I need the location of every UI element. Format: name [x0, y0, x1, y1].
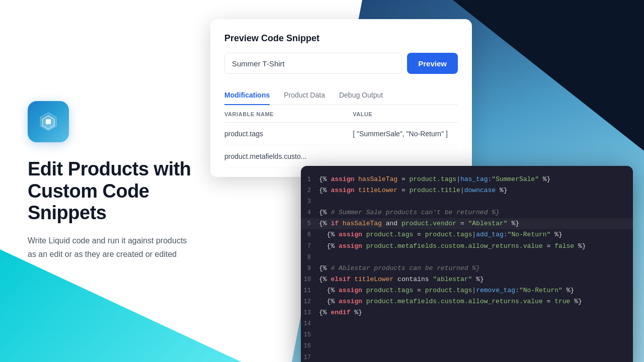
col-variable-name: VARIABLE NAME	[224, 105, 353, 123]
logo-box	[28, 101, 69, 142]
line-content-16	[319, 340, 623, 351]
code-lines: 1 {% assign hasSaleTag = product.tags|ha…	[301, 166, 633, 362]
line-content-14	[319, 318, 623, 329]
data-table: VARIABLE NAME VALUE product.tags [ "Summ…	[224, 105, 458, 168]
code-line-14: 14	[301, 318, 633, 329]
code-line-13: 13 {% endif %}	[301, 307, 633, 318]
svg-rect-2	[46, 119, 51, 124]
table-cell-variable-1: product.tags	[224, 122, 353, 145]
code-line-8: 8	[301, 252, 633, 263]
line-num-7: 7	[301, 241, 319, 251]
code-editor: 1 {% assign hasSaleTag = product.tags|ha…	[301, 166, 633, 362]
logo-icon	[37, 111, 59, 133]
line-num-9: 9	[301, 263, 319, 274]
line-num-8: 8	[301, 252, 319, 262]
line-content-3	[319, 196, 623, 207]
tab-product-data[interactable]: Product Data	[284, 86, 325, 105]
line-num-2: 2	[301, 186, 319, 196]
code-line-9: 9 {% # Ablestar products can be returned…	[301, 263, 633, 274]
line-num-5: 5	[301, 219, 319, 229]
table-cell-value-1: [ "SummerSale", "No-Return" ]	[353, 122, 458, 145]
line-num-15: 15	[301, 330, 319, 340]
hero-description: Write Liquid code and run it against pro…	[28, 234, 189, 261]
line-content-8	[319, 252, 623, 263]
line-num-4: 4	[301, 208, 319, 218]
modal-title: Preview Code Snippet	[224, 33, 458, 44]
code-line-5: 5 {% if hasSaleTag and product.vendor = …	[301, 218, 633, 229]
line-content-5: {% if hasSaleTag and product.vendor = "A…	[319, 218, 623, 229]
code-line-6: 6 {% assign product.tags = product.tags|…	[301, 229, 633, 240]
line-num-17: 17	[301, 352, 319, 363]
line-content-11: {% assign product.tags = product.tags|re…	[319, 285, 623, 296]
code-line-16: 16	[301, 340, 633, 351]
modal-card: Preview Code Snippet Preview Modificatio…	[210, 19, 472, 177]
tab-debug-output[interactable]: Debug Output	[339, 86, 383, 105]
line-content-4: {% # Summer Sale products can't be retur…	[319, 207, 623, 218]
hero-title: Edit Products with Custom Code Snippets	[28, 158, 214, 224]
line-num-14: 14	[301, 319, 319, 329]
code-line-12: 12 {% assign product.metafields.custom.a…	[301, 296, 633, 307]
code-line-4: 4 {% # Summer Sale products can't be ret…	[301, 207, 633, 218]
search-input[interactable]	[224, 53, 402, 74]
line-content-2: {% assign titleLower = product.title|dow…	[319, 185, 623, 196]
tab-modifications[interactable]: Modifications	[224, 86, 270, 105]
line-num-16: 16	[301, 341, 319, 351]
code-line-11: 11 {% assign product.tags = product.tags…	[301, 285, 633, 296]
line-num-13: 13	[301, 308, 319, 318]
line-num-10: 10	[301, 275, 319, 285]
search-row: Preview	[224, 53, 458, 74]
code-line-15: 15	[301, 329, 633, 340]
line-num-3: 3	[301, 197, 319, 207]
preview-button[interactable]: Preview	[407, 53, 458, 74]
left-panel: Edit Products with Custom Code Snippets …	[28, 0, 214, 362]
line-content-15	[319, 329, 623, 340]
code-line-3: 3	[301, 196, 633, 207]
line-num-12: 12	[301, 297, 319, 307]
tabs-row: Modifications Product Data Debug Output	[224, 86, 458, 105]
code-line-7: 7 {% assign product.metafields.custom.al…	[301, 241, 633, 252]
line-num-6: 6	[301, 230, 319, 240]
line-content-17	[319, 352, 623, 363]
line-content-6: {% assign product.tags = product.tags|ad…	[319, 229, 623, 240]
col-value: VALUE	[353, 105, 458, 123]
code-line-17: 17	[301, 352, 633, 363]
line-content-10: {% elsif titleLower contains "ablestar" …	[319, 274, 623, 285]
line-num-1: 1	[301, 174, 319, 185]
code-line-1: 1 {% assign hasSaleTag = product.tags|ha…	[301, 174, 633, 185]
line-content-7: {% assign product.metafields.custom.allo…	[319, 241, 623, 252]
line-content-13: {% endif %}	[319, 307, 623, 318]
line-content-12: {% assign product.metafields.custom.allo…	[319, 296, 623, 307]
logo-wrapper	[28, 101, 214, 142]
table-row: product.tags [ "SummerSale", "No-Return"…	[224, 122, 458, 145]
code-line-10: 10 {% elsif titleLower contains "ablesta…	[301, 274, 633, 285]
line-content-9: {% # Ablestar products can be returned %…	[319, 263, 623, 274]
line-content-1: {% assign hasSaleTag = product.tags|has_…	[319, 174, 623, 185]
code-line-2: 2 {% assign titleLower = product.title|d…	[301, 185, 633, 196]
line-num-11: 11	[301, 286, 319, 296]
